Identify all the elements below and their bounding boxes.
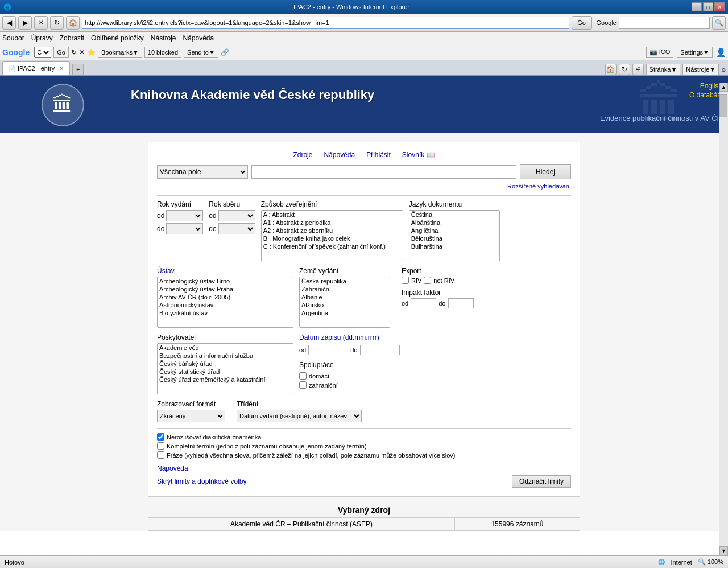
zeme-listbox[interactable]: Česká republika Zahraniční Albánie Alžír… [299, 277, 390, 328]
rok-sberu-do-select[interactable] [218, 223, 255, 234]
google-dropdown[interactable]: C▼ [34, 47, 51, 58]
stop-button[interactable]: ✕ [34, 16, 48, 30]
menu-oblibene[interactable]: Oblíbené položky [91, 34, 144, 42]
maximize-button[interactable]: □ [703, 2, 713, 11]
ustav-listbox[interactable]: Archeologický ústav Brno Archeologický ú… [157, 277, 293, 328]
datum-link[interactable]: Datum zápisu (dd.mm.rrrr) [299, 334, 379, 341]
blocked-button[interactable]: 10 blocked [144, 47, 181, 58]
browser-titlebar: 🌐 IPAC2 - entry - Windows Internet Explo… [0, 0, 728, 14]
rok-vydani-do-label: do [157, 225, 164, 233]
impakt-od-input[interactable] [411, 298, 436, 308]
menu-napoveda[interactable]: Nápověda [183, 34, 214, 42]
not-riv-checkbox[interactable] [424, 277, 431, 284]
tab-home-button[interactable]: 🏠 [605, 64, 617, 75]
send-to-button[interactable]: Send to▼ [184, 47, 218, 58]
skryt-link[interactable]: Skrýt limity a doplňkové volby [157, 478, 246, 485]
stránka-button[interactable]: Stránka▼ [646, 64, 681, 75]
page-content: 🏛 Knihovna Akademie věd České republiky … [0, 76, 728, 531]
ustav-group: Ústav Archeologický ústav Brno Archeolog… [157, 267, 293, 328]
forward-button[interactable]: ▶ [18, 16, 32, 30]
napoveda-nav-link[interactable]: Nápověda [324, 151, 355, 159]
diakritika-label: Nerozlišovat diakritická znaménka [167, 434, 261, 441]
format-select[interactable]: Zkrácený Plný MARC [157, 410, 225, 422]
nastroje-button[interactable]: Nástroje▼ [682, 64, 719, 75]
rok-vydani-group: Rok vydání od do [157, 200, 203, 234]
scroll-up-button[interactable]: ▲ [719, 83, 728, 92]
tab-close-button[interactable]: ✕ [59, 65, 64, 72]
impakt-do-input[interactable] [448, 298, 474, 308]
home-button[interactable]: 🏠 [66, 16, 80, 30]
rok-sberu-od-select[interactable] [218, 210, 255, 221]
menu-nastroje[interactable]: Nástroje [151, 34, 176, 42]
settings-button[interactable]: Settings▼ [677, 47, 713, 58]
format-label: Zobrazovací formát [157, 400, 225, 408]
export-impakt-group: Export RIV not RIV Impakt faktor od do [402, 267, 474, 308]
new-tab-button[interactable]: + [72, 64, 84, 75]
prihlasit-link[interactable]: Přihlásit [366, 151, 391, 159]
menu-zobrazit[interactable]: Zobrazit [60, 34, 84, 42]
tab-ipac2[interactable]: 📄 IPAC2 - entry ✕ [2, 61, 70, 75]
scroll-thumb[interactable] [719, 94, 727, 117]
back-button[interactable]: ◀ [2, 16, 16, 30]
source-name: Akademie věd ČR – Publikační činnost (AS… [148, 518, 455, 531]
tab-bar: 📄 IPAC2 - entry ✕ + 🏠 ↻ 🖨 Stránka▼ Nástr… [0, 60, 728, 76]
zpusob-listbox[interactable]: A : Abstrakt A1 : Abstrakt z periodika A… [261, 210, 403, 261]
o-databazi-link[interactable]: O databázi [689, 91, 722, 99]
napoveda-bottom-link[interactable]: Nápověda [157, 464, 188, 472]
ustav-label: Ústav [157, 267, 293, 275]
export-checkboxes: RIV not RIV [402, 277, 474, 284]
datum-do-input[interactable] [360, 345, 400, 355]
advanced-search-link[interactable]: Rozšířené vyhledávání [507, 183, 571, 190]
search-input[interactable] [251, 165, 516, 179]
search-field-select[interactable]: Všechna pole [157, 165, 248, 179]
tab-refresh-button[interactable]: ↻ [619, 64, 630, 75]
datum-od-label: od [299, 347, 306, 353]
bottom-links: Nápověda [157, 464, 571, 472]
domaci-checkbox[interactable] [299, 372, 307, 380]
close-button[interactable]: ✕ [714, 2, 725, 11]
tab-print-button[interactable]: 🖨 [632, 64, 644, 75]
vybrany-title: Vybraný zdroj [148, 505, 580, 515]
riv-checkbox[interactable] [402, 277, 409, 284]
jazyk-listbox[interactable]: Čeština Albánština Angličtina Běloruštin… [409, 210, 500, 261]
expand-icon: » [721, 65, 726, 74]
reset-button[interactable]: Odznačit limity [512, 475, 571, 488]
fraze-checkbox[interactable] [157, 451, 164, 459]
zahranicni-checkbox[interactable] [299, 381, 307, 389]
bookmarks-button[interactable]: Bookmarks▼ [98, 47, 142, 58]
browser-search-input[interactable] [619, 17, 710, 29]
menu-upravy[interactable]: Úpravy [31, 34, 53, 42]
minimize-button[interactable]: _ [692, 2, 702, 11]
kompletni-label: Kompletní termín (jedno z polí záznamu o… [167, 443, 367, 450]
zpusob-label: Způsob zveřejnění [261, 200, 403, 208]
ustav-link[interactable]: Ústav [157, 267, 175, 275]
jazyk-group: Jazyk dokumentu Čeština Albánština Angli… [409, 200, 500, 261]
tab-label: IPAC2 - entry [18, 65, 55, 72]
rok-vydani-od-select[interactable] [166, 210, 203, 221]
icq-button[interactable]: 📷 ICQ [646, 47, 674, 58]
window-controls[interactable]: _ □ ✕ [692, 2, 725, 11]
zdroje-link[interactable]: Zdroje [293, 151, 312, 159]
poskytovatel-listbox[interactable]: Akademie věd Bezpečnostní a informační s… [157, 343, 293, 394]
diakritika-checkbox[interactable] [157, 433, 164, 441]
trideni-select[interactable]: Datum vydání (sestupně), autor, název Au… [237, 410, 362, 422]
limits-row-1: Rok vydání od do Rok sběru [157, 200, 571, 261]
rok-vydani-do-select[interactable] [166, 223, 203, 234]
search-button[interactable]: 🔍 [712, 16, 726, 30]
scroll-track[interactable] [719, 92, 728, 537]
google-go-button[interactable]: Go [53, 47, 69, 58]
search-row: Všechna pole Hledej [157, 164, 571, 179]
refresh-button[interactable]: ↻ [50, 16, 64, 30]
address-bar[interactable] [82, 17, 569, 29]
menu-soubor[interactable]: Soubor [2, 34, 24, 42]
datum-od-input[interactable] [308, 345, 348, 355]
slovnik-link[interactable]: Slovník 📖 [402, 151, 435, 159]
datum-do-label: do [350, 347, 357, 353]
export-label: Export [402, 267, 474, 275]
go-to-button[interactable]: Go [572, 16, 592, 30]
search-button[interactable]: Hledej [520, 164, 571, 179]
browser-icon: 🌐 [3, 3, 11, 11]
kompletni-checkbox[interactable] [157, 442, 164, 450]
datum-label: Datum zápisu (dd.mm.rrrr) [299, 334, 400, 341]
scrollbar[interactable]: ▲ ▼ [719, 83, 728, 537]
